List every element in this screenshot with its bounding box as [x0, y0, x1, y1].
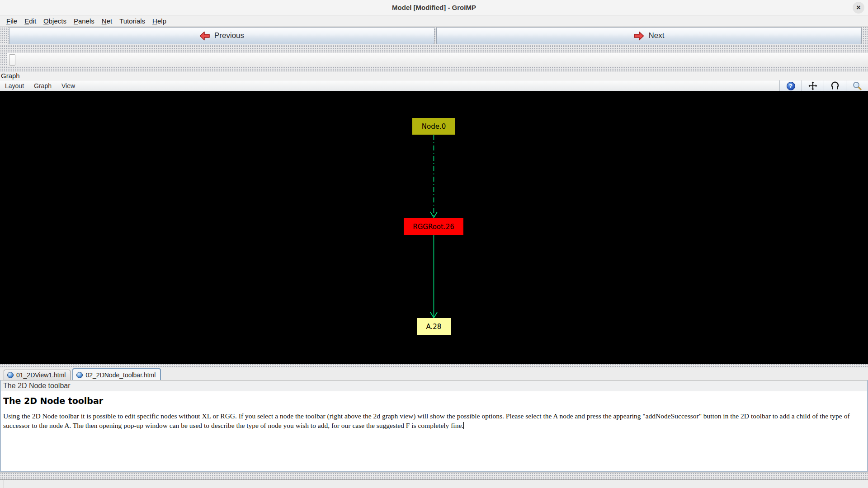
help-glyph: ? [789, 83, 793, 89]
graph-canvas[interactable]: Node.0 RGGRoot.26 A.28 [0, 91, 868, 364]
next-label: Next [649, 31, 665, 40]
text-caret [463, 422, 464, 429]
help-icon: ? [787, 82, 795, 90]
graph-node-a28[interactable]: A.28 [417, 318, 451, 335]
toolbar-gap [0, 66, 868, 72]
graph-node-node0[interactable]: Node.0 [412, 118, 455, 135]
graph-menu-layout[interactable]: Layout [0, 81, 29, 91]
tutorial-doc-panel: The 2D Node toolbar The 2D Node toolbar … [0, 380, 868, 472]
menu-panels[interactable]: Panels [70, 16, 98, 26]
zoom-button[interactable] [846, 80, 868, 92]
window-title: Model [Modified] - GroIMP [392, 4, 476, 11]
menu-edit[interactable]: Edit [21, 16, 40, 26]
doc-body-text: Using the 2D Node toolbar it is possible… [3, 412, 850, 429]
tab-01-2dview1[interactable]: 01_2DView1.html [4, 370, 71, 380]
previous-arrow-icon [199, 31, 210, 41]
toolbar-gap [0, 46, 868, 53]
tutorial-nav-toolbar: Previous Next [0, 27, 868, 46]
next-arrow-icon [634, 31, 644, 41]
window-titlebar: Model [Modified] - GroIMP × [0, 0, 868, 15]
graph-panel-title: Graph [0, 72, 868, 80]
tab-label: 02_2DNode_toolbar.html [85, 371, 156, 379]
next-button[interactable]: Next [436, 27, 862, 44]
doc-content[interactable]: The 2D Node toolbar Using the 2D Node to… [1, 391, 867, 472]
graph-menu-graph[interactable]: Graph [29, 81, 57, 91]
toolbar-mini-button[interactable] [9, 54, 15, 66]
rotate-icon [830, 81, 840, 90]
html-doc-icon [76, 372, 83, 378]
doc-heading: The 2D Node toolbar [3, 396, 864, 406]
panel-gap [0, 472, 868, 479]
tab-label: 01_2DView1.html [16, 371, 66, 379]
toolbar-drag-handle[interactable] [0, 27, 7, 44]
panel-gap [0, 364, 868, 368]
status-bar [0, 479, 868, 488]
html-doc-icon [7, 372, 14, 378]
doc-body-paragraph: Using the 2D Node toolbar it is possible… [3, 411, 864, 430]
secondary-toolbar [0, 53, 868, 66]
previous-label: Previous [214, 31, 244, 40]
help-button[interactable]: ? [779, 80, 802, 92]
previous-button[interactable]: Previous [9, 27, 434, 44]
menu-objects[interactable]: Objects [40, 16, 70, 26]
tutorial-tabbar: 01_2DView1.html 02_2DNode_toolbar.html [0, 368, 868, 380]
close-icon: × [856, 3, 861, 12]
toolbar-drag-handle[interactable] [0, 53, 7, 66]
menu-file[interactable]: File [3, 16, 21, 26]
menu-tutorials[interactable]: Tutorials [116, 16, 149, 26]
close-button[interactable]: × [853, 2, 864, 14]
rotate-button[interactable] [824, 80, 846, 92]
pan-button[interactable] [802, 80, 824, 92]
graph-node-rggroot26[interactable]: RGGRoot.26 [404, 218, 463, 235]
menu-net[interactable]: Net [98, 16, 116, 26]
tab-02-2dnode-toolbar[interactable]: 02_2DNode_toolbar.html [72, 368, 161, 380]
status-bar-divider [4, 480, 4, 488]
pan-icon [808, 81, 817, 90]
graph-menu-view[interactable]: View [57, 81, 80, 91]
zoom-icon [853, 81, 862, 90]
menu-bar: File Edit Objects Panels Net Tutorials H… [0, 15, 868, 27]
menu-help[interactable]: Help [149, 16, 170, 26]
doc-panel-title: The 2D Node toolbar [1, 380, 867, 391]
graph-panel-menubar: Layout Graph View ? [0, 80, 868, 91]
